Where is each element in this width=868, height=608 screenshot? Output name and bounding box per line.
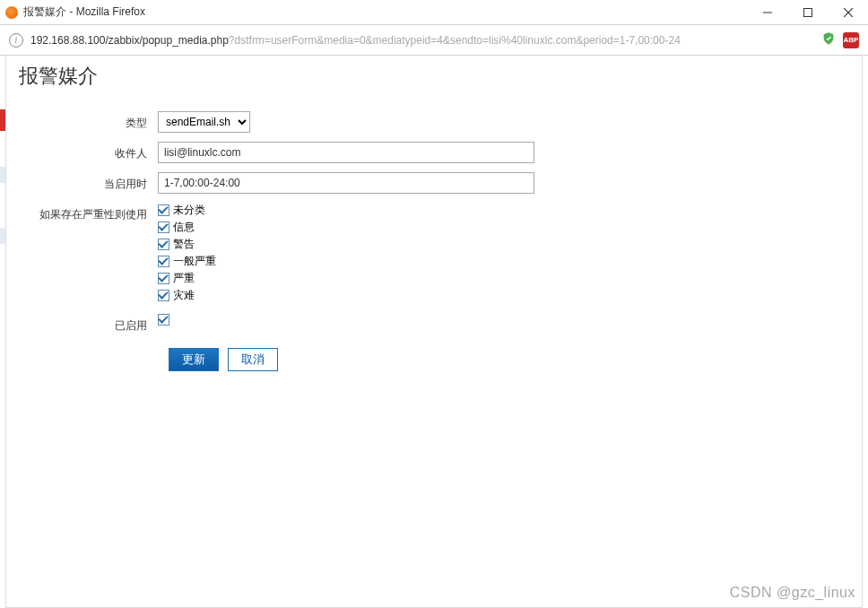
- severity-option-label: 一般严重: [173, 254, 216, 269]
- severity-option-label: 警告: [173, 237, 195, 252]
- page-title: 报警媒介: [19, 63, 849, 90]
- svg-rect-1: [803, 8, 812, 16]
- when-label: 当启用时: [19, 172, 158, 192]
- severity-label: 如果存在严重性则使用: [19, 203, 158, 222]
- severity-checkbox-unclassified[interactable]: [158, 204, 169, 216]
- enabled-label: 已启用: [19, 314, 158, 334]
- severity-group: 未分类 信息 警告 一般严重 严重 灾难: [158, 203, 216, 305]
- severity-checkbox-disaster[interactable]: [158, 290, 169, 301]
- window-title: 报警媒介 - Mozilla Firefox: [23, 4, 145, 20]
- cancel-button[interactable]: 取消: [228, 348, 278, 371]
- type-select[interactable]: sendEmail.sh: [158, 111, 250, 133]
- address-bar: i 192.168.88.100/zabbix/popup_media.php?…: [0, 25, 868, 56]
- when-active-input[interactable]: [158, 172, 534, 194]
- severity-option-label: 灾难: [173, 288, 195, 303]
- firefox-icon: [5, 6, 18, 19]
- url-main: 192.168.88.100/zabbix/popup_media.php: [30, 34, 229, 47]
- security-shield-icon[interactable]: [821, 31, 836, 48]
- severity-checkbox-info[interactable]: [158, 221, 169, 233]
- severity-option-label: 严重: [173, 271, 195, 286]
- url-query: ?dstfrm=userForm&media=0&mediatypeid=4&s…: [229, 34, 681, 47]
- maximize-button[interactable]: [787, 0, 828, 25]
- watermark: CSDN @gzc_linux: [730, 585, 855, 601]
- update-button[interactable]: 更新: [169, 348, 219, 371]
- recipient-label: 收件人: [19, 142, 158, 161]
- recipient-input[interactable]: [158, 142, 534, 163]
- adblock-icon[interactable]: ABP: [843, 32, 859, 48]
- severity-checkbox-high[interactable]: [158, 273, 169, 284]
- window-titlebar: 报警媒介 - Mozilla Firefox: [0, 0, 868, 25]
- close-button[interactable]: [828, 0, 868, 25]
- minimize-button[interactable]: [747, 0, 787, 25]
- popup-panel: 报警媒介 类型 sendEmail.sh 收件人 当启用时 如果存在严重性则使用: [5, 56, 863, 608]
- severity-checkbox-average[interactable]: [158, 256, 169, 267]
- site-info-icon[interactable]: i: [9, 33, 23, 48]
- enabled-checkbox[interactable]: [158, 314, 169, 326]
- severity-option-label: 信息: [173, 220, 195, 235]
- type-label: 类型: [19, 111, 158, 131]
- url-text[interactable]: 192.168.88.100/zabbix/popup_media.php?ds…: [30, 34, 814, 47]
- severity-checkbox-warning[interactable]: [158, 239, 169, 250]
- severity-option-label: 未分类: [173, 203, 205, 218]
